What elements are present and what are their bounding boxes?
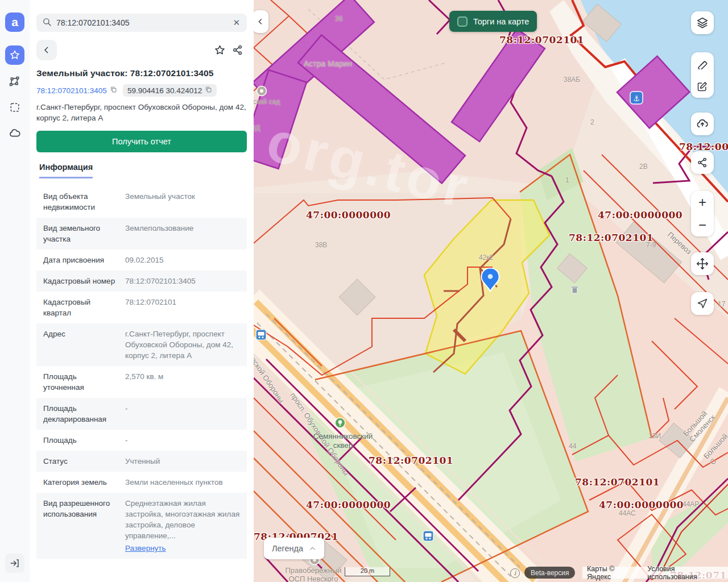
map-attribution: Карты © Яндекс Условия использования [582,567,728,579]
terms-link[interactable]: Условия использования [647,565,723,581]
row-value: Учтенный [118,456,240,467]
clear-search-icon[interactable]: ✕ [231,18,241,28]
table-row: Вид разрешенного использованияСреднеэтаж… [36,493,247,559]
row-value: Землепользование [118,223,240,244]
ruler-button[interactable] [691,52,714,75]
torgi-checkbox[interactable] [457,16,468,27]
chips-row: 78:12:0702101:3405 59.904416 30.424012 [36,84,247,97]
poi-trash-icon [572,286,578,293]
logout-icon[interactable] [5,554,24,573]
polygon-tool-icon[interactable] [5,72,24,91]
row-label: Кадастровый квартал [43,297,118,318]
table-row: Вид земельного участкаЗемлепользование [36,218,247,250]
table-row: Площадь уточненная2,570 кв. м [36,366,247,398]
coordinates-chip[interactable]: 59.904416 30.424012 [123,84,217,97]
poi-generic-icon [257,86,267,96]
draw-tools-group [691,52,714,98]
table-row: Площадь- [36,430,247,451]
row-value: 2,570 кв. м [118,371,240,393]
table-row: Кадастровый номер78:12:0702101:3405 [36,271,247,292]
table-row: Площадь декларированная- [36,398,247,430]
row-value: 78:12:0702101 [118,297,240,318]
info-icon[interactable]: i [510,568,520,578]
expand-link[interactable]: Развернуть [125,543,166,554]
select-area-tool-icon[interactable] [5,98,24,117]
poi-bus-stop-icon [423,531,433,541]
beta-badge: Beta-версия [524,567,575,579]
pan-button[interactable] [691,252,714,275]
table-row: Кадастровый квартал78:12:0702101 [36,292,247,323]
share-button[interactable] [229,41,247,59]
copy-icon[interactable] [205,86,212,95]
row-label: Площадь уточненная [43,371,118,393]
row-label: Статус [43,456,118,467]
table-row: Вид объекта недвижимостиЗемельный участо… [36,186,247,218]
share-map-button[interactable] [691,151,714,174]
collapse-panel-button[interactable] [254,10,268,33]
table-row: Дата присвоения09.02.2015 [36,250,247,271]
row-value: Среднеэтажная жилая застройка, многоэтаж… [118,498,240,554]
row-label: Площадь [43,435,118,446]
table-row: Категория земельЗемли населенных пунктов [36,472,247,493]
row-value: 78:12:0702101:3405 [118,276,240,286]
upload-button[interactable] [691,113,714,135]
row-label: Вид объекта недвижимости [43,191,118,213]
row-label: Площадь декларированная [43,403,118,425]
map-canvas[interactable]: ⚓ [254,0,728,582]
row-value: Земли населенных пунктов [118,477,240,488]
row-label: Вид разрешенного использования [43,498,118,554]
app-logo-icon[interactable]: a [5,13,24,32]
scale-bar: 20 m [345,567,390,576]
row-value: - [118,403,240,425]
zoom-out-button[interactable]: − [691,214,714,236]
table-row: СтатусУчтенный [36,451,247,472]
actions-row [36,40,247,60]
map-art: ⚓ [254,0,728,582]
copy-icon[interactable] [110,86,117,95]
cloud-tool-icon[interactable] [5,124,24,143]
favorites-icon[interactable] [5,45,24,65]
info-table: Вид объекта недвижимостиЗемельный участо… [36,186,247,559]
row-label: Вид земельного участка [43,223,118,244]
tabs: Информация [36,162,247,178]
favorite-star-button[interactable] [210,41,229,59]
layers-button[interactable] [691,11,714,34]
row-label: Кадастровый номер [43,276,118,286]
row-value: 09.02.2015 [118,255,240,265]
row-value: - [118,435,240,446]
poi-anchor-icon: ⚓ [630,92,643,104]
legend-button[interactable]: Легенда [264,538,324,559]
row-value: г.Санкт-Петербург, проспект Обуховской О… [118,329,240,361]
object-address: г.Санкт-Петербург, проспект Обуховской О… [36,102,247,123]
detail-panel: ✕ Земельный участок: 78:12:0702101:3405 … [30,0,254,582]
app-root: a ✕ [0,0,728,582]
locate-button[interactable] [691,292,714,315]
row-label: Адрес [43,329,118,361]
search-bar: ✕ [36,14,247,32]
zoom-controls: + − [691,191,714,236]
zoom-in-button[interactable]: + [691,191,714,214]
tab-information[interactable]: Информация [39,163,93,178]
torgi-label: Торги на карте [473,17,529,26]
row-value: Земельный участок [118,191,240,213]
svg-text:⚓: ⚓ [633,94,640,103]
search-input[interactable] [56,18,231,27]
page-title: Земельный участок: 78:12:0702101:3405 [36,68,247,78]
poi-bus-stop-icon [256,330,266,340]
poi-park-tree-icon [335,418,345,428]
icon-rail: a [0,0,30,582]
table-row: Адресг.Санкт-Петербург, проспект Обуховс… [36,323,247,366]
cadastral-number-link[interactable]: 78:12:0702101:3405 [36,86,117,95]
edit-button[interactable] [691,75,714,98]
get-report-button[interactable]: Получить отчет [36,131,247,152]
row-label: Дата присвоения [43,255,118,265]
torgi-toggle[interactable]: Торги на карте [449,11,537,32]
row-label: Категория земель [43,477,118,488]
maps-copyright: Карты © Яндекс [587,565,638,581]
chevron-up-icon [309,545,316,552]
back-button[interactable] [36,40,57,60]
search-icon [42,17,52,29]
